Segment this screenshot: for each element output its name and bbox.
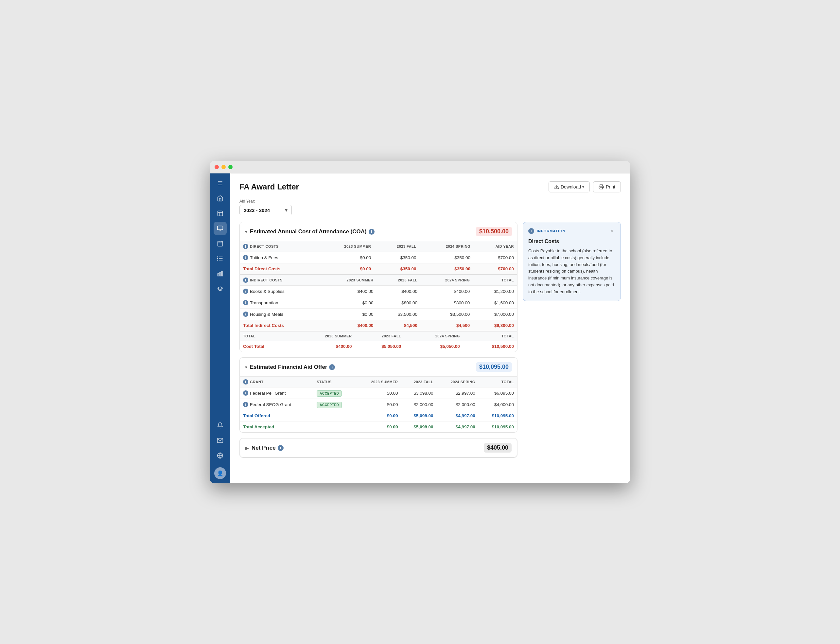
indirect-summer-header: 2023 SUMMER: [321, 274, 376, 286]
cost-total-spring-header: 2024 SPRING: [404, 331, 463, 341]
total-offered-label: Total Offered: [240, 410, 313, 422]
sidebar-item-award[interactable]: [213, 222, 227, 235]
aid-spring-header: 2024 SPRING: [436, 377, 478, 388]
total-indirect-summer: $400.00: [321, 320, 376, 331]
indirect-costs-header-row: i INDIRECT COSTS 2023 SUMMER 2023 FALL 2…: [240, 274, 517, 286]
housing-fall: $3,500.00: [376, 309, 421, 320]
cost-total-header-row: TOTAL 2023 SUMMER 2023 FALL 2024 SPRING …: [240, 331, 517, 341]
books-spring: $400.00: [421, 286, 473, 297]
main-content: FA Award Letter Download ▾ Print Aid Yea…: [230, 173, 630, 483]
aid-table: i GRANT STATUS 2023 SUMMER 2023 FALL 202…: [240, 377, 517, 432]
housing-spring: $3,500.00: [421, 309, 473, 320]
seog-summer: $0.00: [356, 399, 401, 410]
download-button[interactable]: Download ▾: [548, 181, 590, 192]
coa-total-amount: $10,500.00: [476, 227, 512, 236]
aid-grant-header: i GRANT: [240, 377, 313, 388]
total-offered-spring: $4,997.00: [436, 410, 478, 422]
sidebar-item-menu[interactable]: ☰: [213, 177, 227, 190]
total-accepted-summer: $0.00: [356, 422, 401, 433]
pell-status: ACCEPTED: [313, 388, 356, 399]
housing-summer: $0.00: [321, 309, 376, 320]
sidebar-item-calendar[interactable]: [213, 237, 227, 250]
total-offered-status: [313, 410, 356, 422]
aid-total-header: TOTAL: [479, 377, 517, 388]
total-indirect-spring: $4,500: [421, 320, 473, 331]
total-accepted-row: Total Accepted $0.00 $5,098.00 $4,997.00…: [240, 422, 517, 433]
coa-section-title: Estimated Annual Cost of Attendance (COA…: [250, 228, 374, 235]
total-accepted-label: Total Accepted: [240, 422, 313, 433]
cost-total-fall: $5,050.00: [355, 341, 404, 352]
seog-status: ACCEPTED: [313, 399, 356, 410]
download-label: Download: [561, 184, 581, 189]
info-card-body: Costs Payable to the school (also referr…: [528, 248, 615, 296]
sidebar-item-notifications[interactable]: [213, 419, 227, 432]
housing-info-icon[interactable]: i: [243, 312, 248, 317]
aid-toggle-icon[interactable]: ▾: [245, 365, 247, 370]
sidebar-item-list[interactable]: [213, 252, 227, 265]
cost-total-spring: $5,050.00: [404, 341, 463, 352]
direct-costs-label-header: i DIRECT COSTS: [240, 241, 316, 252]
transport-total: $1,600.00: [473, 297, 517, 309]
pell-info-icon[interactable]: i: [243, 390, 248, 396]
total-accepted-total: $10,095.00: [479, 422, 517, 433]
content-area: ▾ Estimated Annual Cost of Attendance (C…: [240, 222, 621, 463]
aid-year-chevron: ▾: [285, 207, 287, 213]
transport-summer: $0.00: [321, 297, 376, 309]
user-avatar[interactable]: 👤: [213, 467, 227, 480]
books-total: $1,200.00: [473, 286, 517, 297]
grant-info-icon[interactable]: i: [243, 379, 248, 384]
svg-rect-17: [220, 272, 220, 276]
total-indirect-total: $9,800.00: [473, 320, 517, 331]
tuition-info-icon[interactable]: i: [243, 255, 248, 260]
pell-label: i Federal Pell Grant: [240, 388, 313, 399]
info-card-icon: i: [528, 228, 534, 234]
print-button[interactable]: Print: [593, 181, 621, 192]
pell-fall: $3,098.00: [401, 388, 437, 399]
aid-summer-header: 2023 SUMMER: [356, 377, 401, 388]
sidebar-item-mail[interactable]: [213, 434, 227, 447]
sidebar-item-documents[interactable]: [213, 207, 227, 220]
net-price-info-icon[interactable]: i: [278, 445, 284, 451]
info-card-header: i INFORMATION ✕: [528, 227, 615, 235]
page-header: FA Award Letter Download ▾ Print: [240, 181, 621, 192]
aid-info-icon[interactable]: i: [329, 364, 335, 370]
total-indirect-fall: $4,500: [376, 320, 421, 331]
books-summer: $400.00: [321, 286, 376, 297]
indirect-costs-info-icon[interactable]: i: [243, 278, 248, 283]
seog-fall: $2,000.00: [401, 399, 437, 410]
books-info-icon[interactable]: i: [243, 289, 248, 294]
total-offered-total: $10,095.00: [479, 410, 517, 422]
aid-year-value: 2023 - 2024: [244, 207, 270, 213]
total-direct-costs-label: Total Direct Costs: [240, 263, 316, 274]
info-card-close-button[interactable]: ✕: [608, 227, 615, 235]
svg-point-14: [218, 258, 218, 259]
direct-costs-total-header: AID YEAR: [474, 241, 517, 252]
sidebar-item-home[interactable]: [213, 192, 227, 205]
direct-costs-info-icon[interactable]: i: [243, 244, 248, 249]
coa-info-icon[interactable]: i: [369, 229, 374, 235]
aid-year-selector: Aid Year: 2023 - 2024 ▾: [240, 199, 621, 215]
transport-fall: $800.00: [376, 297, 421, 309]
coa-toggle-icon[interactable]: ▾: [245, 229, 247, 234]
cost-total-summer-header: 2023 SUMMER: [292, 331, 355, 341]
close-button[interactable]: [215, 165, 219, 169]
seog-label: i Federal SEOG Grant: [240, 399, 313, 410]
net-price-toggle[interactable]: ▶: [245, 445, 249, 450]
direct-costs-spring-header: 2024 SPRING: [420, 241, 474, 252]
svg-rect-3: [218, 226, 223, 230]
sidebar-item-reports[interactable]: [213, 267, 227, 280]
net-price-title: Net Price i: [251, 445, 284, 451]
maximize-button[interactable]: [228, 165, 233, 169]
total-accepted-status: [313, 422, 356, 433]
books-fall: $400.00: [376, 286, 421, 297]
indirect-fall-header: 2023 FALL: [376, 274, 421, 286]
direct-costs-table: i DIRECT COSTS 2023 SUMMER 2023 FALL 202…: [240, 241, 517, 274]
seog-info-icon[interactable]: i: [243, 402, 248, 407]
table-row: i Federal SEOG Grant ACCEPTED $0.00 $2,0…: [240, 399, 517, 410]
total-accepted-spring: $4,997.00: [436, 422, 478, 433]
sidebar-item-web[interactable]: [213, 449, 227, 462]
transport-info-icon[interactable]: i: [243, 300, 248, 305]
aid-year-dropdown[interactable]: 2023 - 2024 ▾: [240, 205, 292, 215]
sidebar-item-graduation[interactable]: [213, 282, 227, 295]
minimize-button[interactable]: [221, 165, 226, 169]
